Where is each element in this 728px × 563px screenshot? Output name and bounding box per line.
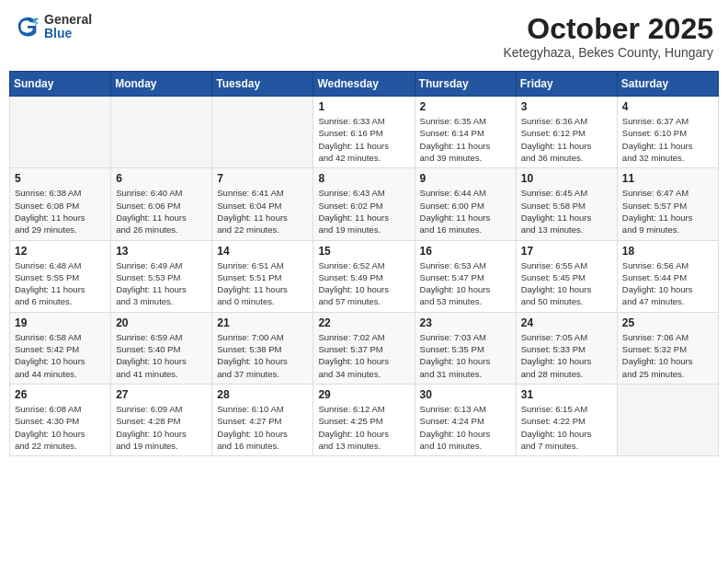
calendar-cell: 12Sunrise: 6:48 AMSunset: 5:55 PMDayligh… xyxy=(10,240,111,312)
calendar-cell xyxy=(111,97,212,168)
calendar-cell xyxy=(617,384,718,455)
day-number: 1 xyxy=(318,100,409,113)
logo-general-text: General xyxy=(44,13,92,27)
day-number: 27 xyxy=(116,388,207,401)
day-number: 24 xyxy=(521,316,612,329)
calendar-cell: 7Sunrise: 6:41 AMSunset: 6:04 PMDaylight… xyxy=(212,168,313,240)
day-info: Sunrise: 6:44 AMSunset: 6:00 PMDaylight:… xyxy=(420,187,511,236)
calendar-cell: 8Sunrise: 6:43 AMSunset: 6:02 PMDaylight… xyxy=(313,168,415,240)
day-info: Sunrise: 6:59 AMSunset: 5:40 PMDaylight:… xyxy=(116,331,207,380)
day-info: Sunrise: 6:58 AMSunset: 5:42 PMDaylight:… xyxy=(15,331,106,380)
calendar-table: SundayMondayTuesdayWednesdayThursdayFrid… xyxy=(9,71,719,456)
title-block: October 2025 Ketegyhaza, Bekes County, H… xyxy=(503,13,713,60)
calendar-cell: 24Sunrise: 7:05 AMSunset: 5:33 PMDayligh… xyxy=(516,312,617,384)
calendar-week-row: 26Sunrise: 6:08 AMSunset: 4:30 PMDayligh… xyxy=(10,384,719,455)
calendar-cell: 13Sunrise: 6:49 AMSunset: 5:53 PMDayligh… xyxy=(111,240,212,312)
day-info: Sunrise: 6:35 AMSunset: 6:14 PMDaylight:… xyxy=(420,115,511,164)
day-info: Sunrise: 6:51 AMSunset: 5:51 PMDaylight:… xyxy=(217,259,308,308)
weekday-header: Saturday xyxy=(617,72,718,97)
day-number: 2 xyxy=(420,100,511,113)
calendar-header-row: SundayMondayTuesdayWednesdayThursdayFrid… xyxy=(10,72,719,97)
month-title: October 2025 xyxy=(503,13,713,45)
calendar-cell: 5Sunrise: 6:38 AMSunset: 6:08 PMDaylight… xyxy=(10,168,111,240)
logo-text: General Blue xyxy=(44,13,92,41)
calendar-cell: 16Sunrise: 6:53 AMSunset: 5:47 PMDayligh… xyxy=(415,240,516,312)
calendar-cell xyxy=(212,97,313,168)
day-number: 7 xyxy=(217,172,308,185)
day-info: Sunrise: 6:43 AMSunset: 6:02 PMDaylight:… xyxy=(318,187,409,236)
day-number: 21 xyxy=(217,316,308,329)
weekday-header: Tuesday xyxy=(212,72,313,97)
day-number: 23 xyxy=(420,316,511,329)
day-number: 6 xyxy=(116,172,207,185)
day-number: 18 xyxy=(622,245,713,258)
day-info: Sunrise: 6:09 AMSunset: 4:28 PMDaylight:… xyxy=(116,403,207,452)
day-info: Sunrise: 6:53 AMSunset: 5:47 PMDaylight:… xyxy=(420,259,511,308)
calendar-cell: 6Sunrise: 6:40 AMSunset: 6:06 PMDaylight… xyxy=(111,168,212,240)
day-number: 12 xyxy=(15,245,106,258)
calendar-cell: 26Sunrise: 6:08 AMSunset: 4:30 PMDayligh… xyxy=(10,384,111,455)
calendar-cell: 27Sunrise: 6:09 AMSunset: 4:28 PMDayligh… xyxy=(111,384,212,455)
day-info: Sunrise: 7:06 AMSunset: 5:32 PMDaylight:… xyxy=(622,331,713,380)
calendar-cell: 3Sunrise: 6:36 AMSunset: 6:12 PMDaylight… xyxy=(516,97,617,168)
day-info: Sunrise: 6:33 AMSunset: 6:16 PMDaylight:… xyxy=(318,115,409,164)
calendar-week-row: 5Sunrise: 6:38 AMSunset: 6:08 PMDaylight… xyxy=(10,168,719,240)
weekday-header: Friday xyxy=(516,72,617,97)
day-info: Sunrise: 6:13 AMSunset: 4:24 PMDaylight:… xyxy=(420,403,511,452)
day-info: Sunrise: 7:03 AMSunset: 5:35 PMDaylight:… xyxy=(420,331,511,380)
day-number: 22 xyxy=(318,316,409,329)
calendar-week-row: 12Sunrise: 6:48 AMSunset: 5:55 PMDayligh… xyxy=(10,240,719,312)
weekday-header: Thursday xyxy=(415,72,516,97)
day-info: Sunrise: 6:40 AMSunset: 6:06 PMDaylight:… xyxy=(116,187,207,236)
calendar-cell: 15Sunrise: 6:52 AMSunset: 5:49 PMDayligh… xyxy=(313,240,415,312)
day-info: Sunrise: 7:05 AMSunset: 5:33 PMDaylight:… xyxy=(521,331,612,380)
day-info: Sunrise: 6:10 AMSunset: 4:27 PMDaylight:… xyxy=(217,403,308,452)
day-info: Sunrise: 6:08 AMSunset: 4:30 PMDaylight:… xyxy=(15,403,106,452)
logo-icon xyxy=(15,14,40,40)
day-number: 4 xyxy=(622,100,713,113)
calendar-cell xyxy=(10,97,111,168)
calendar-cell: 23Sunrise: 7:03 AMSunset: 5:35 PMDayligh… xyxy=(415,312,516,384)
calendar-cell: 28Sunrise: 6:10 AMSunset: 4:27 PMDayligh… xyxy=(212,384,313,455)
day-number: 15 xyxy=(318,245,409,258)
day-number: 10 xyxy=(521,172,612,185)
day-number: 13 xyxy=(116,245,207,258)
day-info: Sunrise: 6:55 AMSunset: 5:45 PMDaylight:… xyxy=(521,259,612,308)
day-number: 25 xyxy=(622,316,713,329)
day-info: Sunrise: 6:12 AMSunset: 4:25 PMDaylight:… xyxy=(318,403,409,452)
calendar-cell: 17Sunrise: 6:55 AMSunset: 5:45 PMDayligh… xyxy=(516,240,617,312)
calendar-cell: 19Sunrise: 6:58 AMSunset: 5:42 PMDayligh… xyxy=(10,312,111,384)
calendar-week-row: 1Sunrise: 6:33 AMSunset: 6:16 PMDaylight… xyxy=(10,97,719,168)
weekday-header: Sunday xyxy=(10,72,111,97)
calendar-cell: 30Sunrise: 6:13 AMSunset: 4:24 PMDayligh… xyxy=(415,384,516,455)
day-info: Sunrise: 6:38 AMSunset: 6:08 PMDaylight:… xyxy=(15,187,106,236)
day-info: Sunrise: 7:02 AMSunset: 5:37 PMDaylight:… xyxy=(318,331,409,380)
calendar-cell: 9Sunrise: 6:44 AMSunset: 6:00 PMDaylight… xyxy=(415,168,516,240)
day-number: 29 xyxy=(318,388,409,401)
day-number: 16 xyxy=(420,245,511,258)
day-info: Sunrise: 6:41 AMSunset: 6:04 PMDaylight:… xyxy=(217,187,308,236)
day-info: Sunrise: 6:15 AMSunset: 4:22 PMDaylight:… xyxy=(521,403,612,452)
calendar-cell: 18Sunrise: 6:56 AMSunset: 5:44 PMDayligh… xyxy=(617,240,718,312)
day-info: Sunrise: 6:49 AMSunset: 5:53 PMDaylight:… xyxy=(116,259,207,308)
day-info: Sunrise: 6:52 AMSunset: 5:49 PMDaylight:… xyxy=(318,259,409,308)
day-info: Sunrise: 6:36 AMSunset: 6:12 PMDaylight:… xyxy=(521,115,612,164)
day-number: 26 xyxy=(15,388,106,401)
location-title: Ketegyhaza, Bekes County, Hungary xyxy=(503,45,713,60)
day-number: 20 xyxy=(116,316,207,329)
day-number: 17 xyxy=(521,245,612,258)
day-number: 9 xyxy=(420,172,511,185)
calendar-cell: 31Sunrise: 6:15 AMSunset: 4:22 PMDayligh… xyxy=(516,384,617,455)
day-info: Sunrise: 6:37 AMSunset: 6:10 PMDaylight:… xyxy=(622,115,713,164)
day-info: Sunrise: 6:48 AMSunset: 5:55 PMDaylight:… xyxy=(15,259,106,308)
calendar-cell: 29Sunrise: 6:12 AMSunset: 4:25 PMDayligh… xyxy=(313,384,415,455)
calendar-cell: 20Sunrise: 6:59 AMSunset: 5:40 PMDayligh… xyxy=(111,312,212,384)
day-number: 30 xyxy=(420,388,511,401)
calendar-cell: 1Sunrise: 6:33 AMSunset: 6:16 PMDaylight… xyxy=(313,97,415,168)
day-info: Sunrise: 7:00 AMSunset: 5:38 PMDaylight:… xyxy=(217,331,308,380)
weekday-header: Monday xyxy=(111,72,212,97)
day-info: Sunrise: 6:45 AMSunset: 5:58 PMDaylight:… xyxy=(521,187,612,236)
day-number: 3 xyxy=(521,100,612,113)
day-number: 8 xyxy=(318,172,409,185)
page-header: General Blue October 2025 Ketegyhaza, Be… xyxy=(9,9,719,63)
